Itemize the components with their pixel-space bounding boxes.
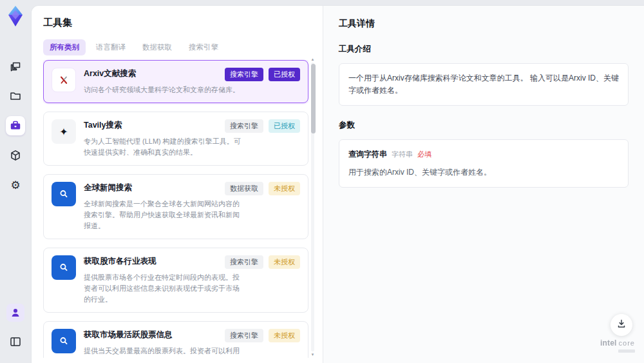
param-box: 查询字符串 字符串 必填 用于搜索的Arxiv ID、关键字或作者姓名。 bbox=[339, 139, 629, 187]
param-required-badge: 必填 bbox=[417, 149, 431, 161]
category-badge: 搜索引擎 bbox=[225, 329, 263, 342]
category-badge: 搜索引擎 bbox=[225, 255, 263, 269]
gear-icon: ⚙ bbox=[10, 180, 20, 191]
param-description: 用于搜索的Arxiv ID、关键字或作者姓名。 bbox=[348, 166, 619, 179]
sidebar-item-chat[interactable] bbox=[6, 57, 25, 76]
tab-translation[interactable]: 语言翻译 bbox=[90, 39, 132, 55]
tool-card-tavily[interactable]: ✦ Tavily搜索 搜索引擎 已授权 专为人工智能代理 (LLM) 构建的搜索… bbox=[43, 112, 308, 166]
scroll-down-icon[interactable]: ▼ bbox=[310, 353, 316, 357]
main-content: 工具集 所有类别 语言翻译 数据获取 搜索引擎 Arxiv文献搜索 bbox=[31, 5, 644, 363]
arxiv-icon bbox=[52, 68, 76, 92]
cube-icon bbox=[9, 149, 22, 162]
scrollbar-thumb[interactable] bbox=[311, 64, 316, 133]
scroll-up-icon[interactable]: ▲ bbox=[310, 57, 316, 61]
intro-text: 一个用于从Arxiv存储库搜索科学论文和文章的工具。 输入可以是Arxiv ID… bbox=[348, 74, 619, 95]
tools-panel: 工具集 所有类别 语言翻译 数据获取 搜索引擎 Arxiv文献搜索 bbox=[32, 6, 323, 363]
sidebar-item-toolbox[interactable] bbox=[6, 116, 25, 135]
intel-core-logo: intelcore bbox=[600, 337, 635, 353]
page-title: 工具集 bbox=[43, 17, 323, 29]
tool-description: 访问各个研究领域大量科学论文和文章的存储库。 bbox=[84, 84, 243, 95]
chat-icon bbox=[9, 60, 22, 73]
brand-sub-mark bbox=[618, 349, 635, 353]
sidebar-item-packages[interactable] bbox=[6, 146, 25, 165]
detail-title: 工具详情 bbox=[339, 18, 629, 30]
auth-badge: 未授权 bbox=[269, 255, 300, 269]
left-rail: ⚙ bbox=[0, 0, 31, 363]
download-button[interactable] bbox=[611, 314, 632, 336]
app-logo-icon bbox=[5, 5, 26, 27]
sidebar-item-collapse[interactable] bbox=[6, 332, 25, 351]
blue-search-icon bbox=[52, 255, 76, 280]
download-icon bbox=[616, 318, 627, 332]
intro-section-title: 工具介绍 bbox=[339, 44, 629, 55]
toolbox-icon bbox=[9, 119, 22, 132]
blue-search-icon bbox=[52, 329, 76, 353]
sparkle-icon: ✦ bbox=[52, 119, 76, 144]
folder-icon bbox=[9, 90, 22, 103]
tool-name: Arxiv文献搜索 bbox=[84, 68, 220, 79]
category-badge: 搜索引擎 bbox=[225, 68, 263, 81]
sidebar-item-profile[interactable] bbox=[6, 304, 24, 322]
panel-icon bbox=[9, 335, 22, 348]
category-badge: 搜索引擎 bbox=[225, 119, 263, 133]
tool-name: 获取股市各行业表现 bbox=[84, 255, 220, 267]
tool-description: 提供当天交易量最高的股票列表。投资者可以利用这些信息来识别流动性强的股票和潜在的… bbox=[84, 346, 243, 358]
sidebar-item-files[interactable] bbox=[6, 86, 25, 106]
tool-description: 全球新闻搜索是一个聚合全球各大新闻网站内容的搜索引擎。帮助用户快速获取全球最新资… bbox=[84, 199, 243, 231]
category-badge: 数据获取 bbox=[225, 182, 263, 195]
list-scrollbar[interactable]: ▲ ▼ bbox=[310, 57, 316, 357]
tab-all-categories[interactable]: 所有类别 bbox=[43, 39, 86, 55]
auth-badge: 已授权 bbox=[269, 68, 300, 81]
auth-badge: 已授权 bbox=[269, 119, 300, 133]
blue-search-icon bbox=[52, 182, 76, 206]
tool-list: Arxiv文献搜索 搜索引擎 已授权 访问各个研究领域大量科学论文和文章的存储库… bbox=[43, 60, 308, 358]
intro-box: 一个用于从Arxiv存储库搜索科学论文和文章的工具。 输入可以是Arxiv ID… bbox=[339, 63, 629, 106]
brand-name-core: core bbox=[619, 339, 635, 347]
tool-name: 全球新闻搜索 bbox=[84, 182, 220, 193]
tool-card-arxiv[interactable]: Arxiv文献搜索 搜索引擎 已授权 访问各个研究领域大量科学论文和文章的存储库… bbox=[43, 60, 308, 103]
tool-card-active-stocks[interactable]: 获取市场最活跃股票信息 搜索引擎 未授权 提供当天交易量最高的股票列表。投资者可… bbox=[43, 321, 308, 358]
category-tabs: 所有类别 语言翻译 数据获取 搜索引擎 bbox=[43, 39, 323, 55]
tool-description: 专为人工智能代理 (LLM) 构建的搜索引擎工具。可快速提供实时、准确和真实的结… bbox=[84, 136, 243, 158]
auth-badge: 未授权 bbox=[269, 329, 300, 342]
tool-detail-panel: 工具详情 工具介绍 一个用于从Arxiv存储库搜索科学论文和文章的工具。 输入可… bbox=[323, 6, 644, 363]
params-section-title: 参数 bbox=[339, 120, 629, 131]
sidebar-item-settings[interactable]: ⚙ bbox=[6, 175, 25, 195]
tool-name: 获取市场最活跃股票信息 bbox=[84, 329, 220, 340]
tool-card-global-news[interactable]: 全球新闻搜索 数据获取 未授权 全球新闻搜索是一个聚合全球各大新闻网站内容的搜索… bbox=[43, 174, 308, 239]
tab-data-fetch[interactable]: 数据获取 bbox=[136, 39, 178, 55]
auth-badge: 未授权 bbox=[269, 182, 300, 195]
user-icon bbox=[10, 307, 21, 319]
tab-search-engine[interactable]: 搜索引擎 bbox=[182, 39, 225, 55]
param-name: 查询字符串 bbox=[348, 148, 387, 161]
tool-name: Tavily搜索 bbox=[84, 119, 220, 131]
tool-description: 提供股票市场各个行业在特定时间段内的表现。投资者可以利用这些信息来识别表现优于或… bbox=[84, 272, 243, 305]
brand-name-intel: intel bbox=[600, 338, 617, 348]
param-type: 字符串 bbox=[392, 149, 413, 161]
tool-card-sector-performance[interactable]: 获取股市各行业表现 搜索引擎 未授权 提供股票市场各个行业在特定时间段内的表现。… bbox=[43, 248, 308, 313]
